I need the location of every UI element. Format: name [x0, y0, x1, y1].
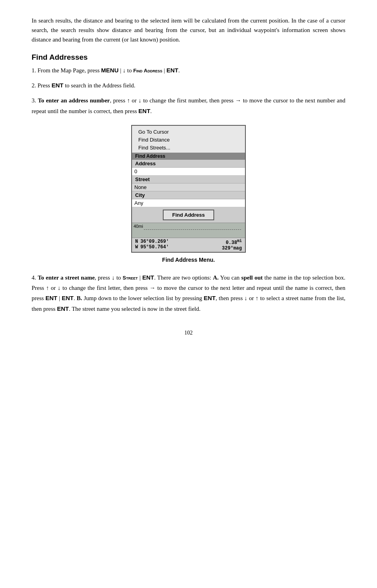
step2-text-after: to search in the Address field. — [63, 82, 135, 89]
device-screen: Go To Cursor Find Distance Find Streets.… — [131, 125, 246, 253]
step1-sep1: | — [119, 67, 123, 74]
step3-ent-key: ENT — [138, 108, 150, 114]
find-address-header: Find Address — [132, 153, 245, 160]
step3-period: . — [150, 108, 152, 114]
step4-ent2-key: ENT — [45, 295, 57, 301]
gps-coord1: 36°09.269' — [140, 239, 169, 244]
step1-to: to — [126, 67, 133, 74]
step4-ent5-key: ENT — [57, 305, 69, 312]
menu-items-area: Go To Cursor Find Distance Find Streets.… — [132, 126, 245, 153]
city-value: Any — [132, 199, 245, 207]
step1-ent-key: ENT — [166, 67, 178, 74]
step4-number: 4. — [32, 274, 38, 281]
step4-text-a: , press ↓ to — [95, 274, 123, 281]
gps-coords: 36°09.269' 95°50.764' — [140, 239, 169, 251]
address-value: 0 — [132, 168, 245, 176]
step4-text-f: Jump down to the lower selection list by… — [82, 295, 204, 301]
page-content: In search results, the distance and bear… — [32, 16, 345, 336]
step2: 2. Press ENT to search in the Address fi… — [32, 81, 345, 90]
gps-right: 0.38mi 329°mag — [222, 239, 242, 251]
street-value: None — [132, 183, 245, 191]
step4-sep2: | — [57, 295, 62, 301]
step1-sep2: | — [162, 67, 167, 74]
step1-menu-key: MENU — [101, 67, 119, 74]
step2-text-before: 2. Press — [32, 82, 51, 89]
menu-item-find-streets: Find Streets... — [138, 144, 239, 152]
step4-sep1: | — [138, 274, 142, 281]
section-heading: Find Addresses — [32, 53, 345, 62]
gps-bearing-unit: °mag — [230, 246, 242, 251]
device-ui: Go To Cursor Find Distance Find Streets.… — [32, 125, 345, 270]
step4-street-key: Street — [123, 275, 138, 281]
address-label: Address — [132, 160, 245, 168]
intro-text: In search results, the distance and bear… — [32, 17, 345, 43]
step4-text-e: . — [74, 295, 77, 301]
step4-option-b: B. — [77, 295, 82, 301]
gps-letters: N W — [135, 239, 138, 251]
map-scale-line — [144, 229, 241, 230]
gps-left: N W 36°09.269' 95°50.764' — [135, 239, 169, 251]
intro-paragraph: In search results, the distance and bear… — [32, 16, 345, 44]
menu-item-go-to-cursor: Go To Cursor — [138, 128, 239, 136]
step4-ent1-key: ENT — [142, 274, 154, 281]
figure-caption: Find Address Menu. — [162, 257, 215, 263]
step1: 1. From the Map Page, press MENU | ↓ to … — [32, 66, 345, 75]
page-number: 102 — [32, 330, 345, 336]
step4: 4. To enter a street name, press ↓ to St… — [32, 272, 345, 314]
step3-bold-label: To enter an address number — [38, 97, 110, 104]
step4-ent3-key: ENT — [62, 295, 74, 301]
gps-w-label: W — [135, 244, 138, 250]
city-label: City — [132, 191, 245, 199]
gps-coord2: 95°50.764' — [140, 244, 169, 250]
step1-text-before: 1. From the Map Page, press — [32, 67, 101, 74]
step4-option-a: A. — [213, 274, 219, 281]
step3-number: 3. — [32, 97, 38, 104]
step1-find-address-key: Find Address — [133, 68, 162, 74]
step1-arrow-down: ↓ — [123, 67, 126, 74]
find-address-button[interactable]: Find Address — [163, 210, 215, 220]
map-scale-label: 40mi — [134, 224, 143, 229]
gps-distance: 0.38mi — [226, 239, 242, 246]
form-section: Address 0 Street None City Any — [132, 160, 245, 207]
step2-ent-key: ENT — [51, 82, 63, 89]
step3: 3. To enter an address number, press ↑ o… — [32, 96, 345, 116]
gps-info-row: N W 36°09.269' 95°50.764' 0.38mi 329°mag — [132, 238, 245, 252]
map-bar: 40mi — [132, 223, 245, 238]
gps-bearing: 329°mag — [222, 246, 242, 251]
gps-dist-unit: mi — [237, 239, 242, 243]
step4-text-h: . The street name you selected is now in… — [69, 306, 200, 312]
street-label: Street — [132, 176, 245, 183]
gps-n-label: N — [135, 239, 138, 244]
step1-period: . — [178, 67, 180, 74]
find-address-btn-row: Find Address — [132, 207, 245, 223]
step4-spell-out: spell out — [241, 274, 263, 281]
step4-bold-label: To enter a street name — [38, 274, 94, 281]
step4-text-c: You can — [219, 274, 241, 281]
step4-ent4-key: ENT — [204, 295, 216, 301]
menu-item-find-distance: Find Distance — [138, 136, 239, 144]
step4-text-b: . There are two options: — [154, 274, 213, 281]
